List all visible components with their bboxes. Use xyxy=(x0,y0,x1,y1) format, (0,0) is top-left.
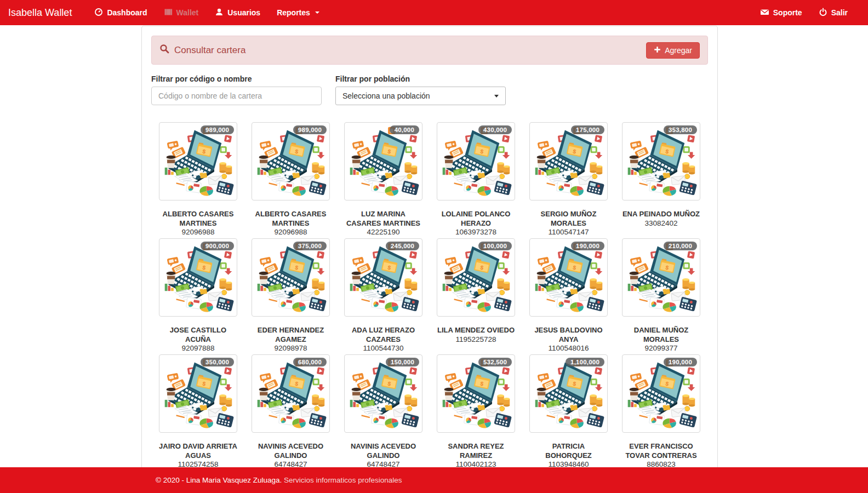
wallet-card-image[interactable]: 1,100,000 xyxy=(529,354,608,433)
wallet-card-image[interactable]: 175,000 xyxy=(529,122,608,200)
plus-icon xyxy=(654,46,661,55)
wallet-illustration xyxy=(162,241,235,314)
wallet-card-image[interactable]: 989,000 xyxy=(252,122,330,200)
wallet-amount-badge: 350,000 xyxy=(201,358,234,366)
population-select[interactable]: Selecciona una población xyxy=(335,87,506,105)
wallet-card-image[interactable]: 375,000 xyxy=(252,238,330,317)
wallet-card-name: ALBERTO CASARES MARTINES xyxy=(252,210,330,228)
wallet-card-image[interactable]: 353,800 xyxy=(622,122,700,200)
wallet-card[interactable]: 353,800 ENA PEINADO MUÑOZ 33082402 xyxy=(622,122,700,238)
wallet-card-image[interactable]: 532,500 xyxy=(437,354,515,433)
wallet-amount-badge: 175,000 xyxy=(571,125,604,134)
wallet-amount-badge: 375,000 xyxy=(293,242,327,250)
wallet-amount-badge: 900,000 xyxy=(201,242,234,250)
wallet-card-name: ENA PEINADO MUÑOZ xyxy=(622,210,700,219)
wallet-card[interactable]: 150,000 NAVINIS ACEVEDO GALINDO 64748427 xyxy=(344,354,422,471)
nav-item-soporte[interactable]: Soporte xyxy=(752,0,810,25)
wallet-card-image[interactable]: 100,000 xyxy=(437,238,515,317)
wallet-illustration xyxy=(439,241,512,314)
wallet-card[interactable]: 900,000 JOSE CASTILLO ACUÑA 92097888 xyxy=(159,238,237,354)
wallet-card[interactable]: 40,000 LUZ MARINA CASARES MARTINES 42225… xyxy=(344,122,422,238)
add-wallet-button[interactable]: Agregar xyxy=(646,42,700,59)
wallet-card-name: LOLAINE POLANCO HERAZO xyxy=(437,210,515,228)
nav-item-dashboard[interactable]: Dashboard xyxy=(86,0,155,25)
footer-services-link[interactable]: Servicios informaticos profesionales xyxy=(284,476,402,484)
wallet-card-grid: 989,000 ALBERTO CASARES MARTINES 9209698… xyxy=(151,122,708,471)
page-footer: © 2020 - Lina Maria Vasquez Zuluaga. Ser… xyxy=(0,467,868,493)
wallet-card-id: 1100544730 xyxy=(344,344,422,353)
wallet-card-name: JOSE CASTILLO ACUÑA xyxy=(159,326,237,344)
wallet-amount-badge: 100,000 xyxy=(478,242,512,250)
user-icon xyxy=(215,8,224,18)
wallet-card-image[interactable]: 245,000 xyxy=(344,238,422,317)
wallet-card-image[interactable]: 40,000 xyxy=(344,122,422,200)
wallet-card[interactable]: 350,000 JAIRO DAVID ARRIETA AGUAS 110257… xyxy=(159,354,237,471)
wallet-card-image[interactable]: 430,000 xyxy=(437,122,515,200)
wallet-card-image[interactable]: 190,000 xyxy=(622,354,700,433)
app-brand[interactable]: Isabella Wallet xyxy=(0,7,78,19)
panel-heading: Consultar cartera Agregar xyxy=(151,36,708,65)
wallet-illustration xyxy=(347,241,420,314)
wallet-amount-badge: 40,000 xyxy=(390,125,419,134)
code-search-input[interactable] xyxy=(151,87,322,105)
wallet-illustration xyxy=(625,125,698,198)
power-icon xyxy=(819,8,827,18)
wallet-icon xyxy=(164,8,173,18)
main-nav: Dashboard Wallet Usuarios Reportes xyxy=(86,0,327,25)
wallet-card-image[interactable]: 190,000 xyxy=(529,238,608,317)
wallet-card[interactable]: 680,000 NAVINIS ACEVEDO GALINDO 64748427 xyxy=(252,354,330,471)
wallet-card-image[interactable]: 350,000 xyxy=(159,354,237,433)
wallet-card[interactable]: 989,000 ALBERTO CASARES MARTINES 9209698… xyxy=(252,122,330,238)
wallet-card[interactable]: 532,500 SANDRA REYEZ RAMIREZ 1100402123 xyxy=(437,354,515,471)
wallet-card[interactable]: 190,000 JESUS BALDOVINO ANYA 1100548016 xyxy=(529,238,608,354)
wallet-card[interactable]: 989,000 ALBERTO CASARES MARTINES 9209698… xyxy=(159,122,237,238)
wallet-amount-badge: 190,000 xyxy=(664,358,697,366)
wallet-illustration xyxy=(532,357,605,430)
wallet-card[interactable]: 430,000 LOLAINE POLANCO HERAZO 106397327… xyxy=(437,122,515,238)
wallet-card-id: 92096988 xyxy=(252,228,330,237)
wallet-card-id: 92097888 xyxy=(159,344,237,353)
wallet-card-id: 92096988 xyxy=(159,228,237,237)
filter-code-label: Filtrar por código o nombre xyxy=(151,74,322,83)
nav-item-reportes[interactable]: Reportes xyxy=(269,0,328,25)
search-icon xyxy=(159,44,169,56)
wallet-card-name: JAIRO DAVID ARRIETA AGUAS xyxy=(159,442,237,460)
filter-population: Filtrar por población Selecciona una pob… xyxy=(335,74,506,105)
wallet-amount-badge: 430,000 xyxy=(478,125,512,134)
wallet-illustration xyxy=(254,241,327,314)
wallet-card-image[interactable]: 680,000 xyxy=(252,354,330,433)
wallet-card[interactable]: 1,100,000 PATRICIA BOHORQUEZ 1103948460 xyxy=(529,354,608,471)
wallet-card-image[interactable]: 150,000 xyxy=(344,354,422,433)
wallet-card-image[interactable]: 989,000 xyxy=(159,122,237,200)
wallet-card[interactable]: 245,000 ADA LUZ HERAZO CAZARES 110054473… xyxy=(344,238,422,354)
wallet-card-image[interactable]: 210,000 xyxy=(622,238,700,317)
wallet-card[interactable]: 375,000 EDER HERNANDEZ AGAMEZ 92098978 xyxy=(252,238,330,354)
wallet-card[interactable]: 175,000 SERGIO MUÑOZ MORALES 1100547147 xyxy=(529,122,608,238)
wallet-illustration xyxy=(254,125,327,198)
wallet-amount-badge: 989,000 xyxy=(201,125,234,134)
nav-item-salir[interactable]: Salir xyxy=(810,0,856,25)
wallet-card-id: 1063973278 xyxy=(437,228,515,237)
wallet-amount-badge: 532,500 xyxy=(478,358,512,366)
wallet-card-name: EVER FRANCISCO TOVAR CONTRERAS xyxy=(622,442,700,460)
filter-code: Filtrar por código o nombre xyxy=(151,74,322,105)
wallet-illustration xyxy=(347,125,420,198)
wallet-card-name: NAVINIS ACEVEDO GALINDO xyxy=(252,442,330,460)
nav-item-usuarios[interactable]: Usuarios xyxy=(207,0,269,25)
wallet-illustration xyxy=(162,357,235,430)
wallet-card-id: 1195225728 xyxy=(437,335,515,344)
envelope-icon xyxy=(760,8,769,18)
filter-bar: Filtrar por código o nombre Filtrar por … xyxy=(151,74,708,105)
wallet-illustration xyxy=(625,241,698,314)
chevron-down-icon xyxy=(315,12,319,14)
wallet-card-image[interactable]: 900,000 xyxy=(159,238,237,317)
wallet-card-name: LILA MENDEZ OVIEDO xyxy=(437,326,515,335)
wallet-card[interactable]: 190,000 EVER FRANCISCO TOVAR CONTRERAS 8… xyxy=(622,354,700,471)
wallet-card-name: EDER HERNANDEZ AGAMEZ xyxy=(252,326,330,344)
wallet-card[interactable]: 210,000 DANIEL MUÑOZ MORALES 92099377 xyxy=(622,238,700,354)
dashboard-icon xyxy=(94,8,103,18)
wallet-card[interactable]: 100,000 LILA MENDEZ OVIEDO 1195225728 xyxy=(437,238,515,354)
nav-item-wallet[interactable]: Wallet xyxy=(156,0,207,25)
wallet-amount-badge: 1,100,000 xyxy=(566,358,604,366)
wallet-card-name: ADA LUZ HERAZO CAZARES xyxy=(344,326,422,344)
